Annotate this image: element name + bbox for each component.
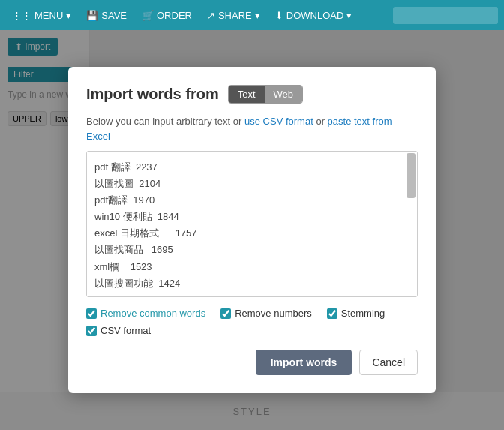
save-icon: 💾 xyxy=(86,10,98,21)
import-words-button[interactable]: Import words xyxy=(256,350,352,375)
action-buttons: Import words Cancel xyxy=(86,350,418,375)
options-row-1: Remove common words Remove numbers Stemm… xyxy=(86,308,418,319)
common-words-checkbox-label[interactable]: Remove common words xyxy=(86,308,206,319)
scrollbar-thumb[interactable] xyxy=(406,153,416,198)
share-chevron-icon: ▾ xyxy=(255,10,260,21)
word-list-textarea[interactable]: pdf 翻譯 2237 以圖找圖 2104 pdf翻譯 1970 win10 便… xyxy=(87,152,417,296)
common-words-checkbox[interactable] xyxy=(86,308,97,319)
order-icon: 🛒 xyxy=(142,10,154,21)
csv-checkbox[interactable] xyxy=(86,326,97,336)
numbers-checkbox[interactable] xyxy=(220,308,231,319)
menu-button[interactable]: ⋮⋮ MENU ▾ xyxy=(6,7,77,24)
menu-chevron-icon: ▾ xyxy=(66,10,71,21)
tab-web[interactable]: Web xyxy=(265,86,303,103)
options-row-2: CSV format xyxy=(86,325,418,336)
modal-header: Import words from Text Web xyxy=(86,85,418,104)
search-input[interactable] xyxy=(393,7,498,24)
csv-checkbox-label[interactable]: CSV format xyxy=(86,325,151,336)
share-button[interactable]: ↗ SHARE ▾ xyxy=(201,7,266,24)
import-modal: Import words from Text Web Below you can… xyxy=(68,67,436,393)
cancel-button[interactable]: Cancel xyxy=(359,350,418,375)
download-chevron-icon: ▾ xyxy=(346,10,352,21)
csv-format-link[interactable]: use CSV format xyxy=(244,116,314,127)
modal-description: Below you can input arbitrary text or us… xyxy=(86,114,418,143)
stemming-checkbox-label[interactable]: Stemming xyxy=(327,308,386,319)
stemming-checkbox[interactable] xyxy=(327,308,338,319)
modal-title: Import words from xyxy=(86,86,219,103)
menu-icon: ⋮⋮ xyxy=(12,10,32,21)
modal-overlay: Import words from Text Web Below you can… xyxy=(0,30,504,430)
tab-group: Text Web xyxy=(228,85,303,104)
download-button[interactable]: ⬇ DOWNLOAD ▾ xyxy=(269,7,358,24)
toolbar: ⋮⋮ MENU ▾ 💾 SAVE 🛒 ORDER ↗ SHARE ▾ ⬇ DOW… xyxy=(0,0,504,30)
download-icon: ⬇ xyxy=(275,10,284,21)
save-button[interactable]: 💾 SAVE xyxy=(80,7,133,24)
word-list-wrapper: pdf 翻譯 2237 以圖找圖 2104 pdf翻譯 1970 win10 便… xyxy=(86,151,418,297)
order-button[interactable]: 🛒 ORDER xyxy=(136,7,198,24)
tab-text[interactable]: Text xyxy=(229,86,265,103)
numbers-checkbox-label[interactable]: Remove numbers xyxy=(220,308,312,319)
share-icon: ↗ xyxy=(207,10,215,21)
